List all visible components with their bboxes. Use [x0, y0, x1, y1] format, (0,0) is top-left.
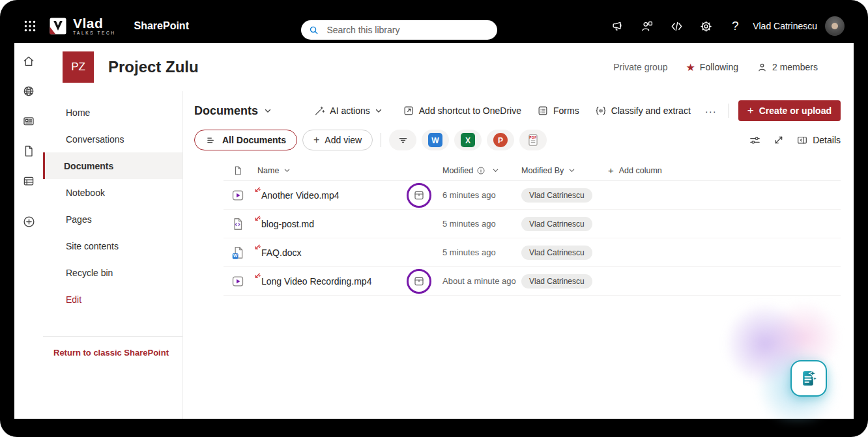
create-or-upload-button[interactable]: + Create or upload: [738, 100, 841, 121]
view-bar: All Documents + Add view: [194, 129, 841, 151]
following-button[interactable]: ★ Following: [686, 61, 738, 74]
red-click-annotation-icon: [252, 272, 261, 281]
person-icon: [757, 62, 768, 73]
ai-actions-button[interactable]: AI actions: [313, 105, 386, 117]
search-box: [301, 20, 497, 40]
sidebar-item-site-contents[interactable]: Site contents: [43, 233, 182, 259]
filter-pdf-button[interactable]: PDF: [519, 130, 547, 150]
red-click-annotation-icon: [252, 215, 261, 223]
filter-powerpoint-button[interactable]: P: [487, 130, 514, 150]
site-header: PZ Project Zulu Private group ★ Followin…: [43, 43, 854, 91]
app-rail-create-icon[interactable]: [18, 211, 39, 232]
modified-by-pill[interactable]: Vlad Catrinescu: [521, 274, 592, 289]
ai-sparkle-icon: [313, 105, 325, 117]
file-name-link[interactable]: Another Video.mp4: [261, 190, 340, 201]
add-column-button[interactable]: + Add column: [608, 165, 841, 176]
library-title-menu[interactable]: Documents: [194, 104, 272, 118]
my-access-icon[interactable]: [640, 19, 654, 33]
add-view-button[interactable]: + Add view: [302, 130, 373, 150]
table-row[interactable]: blog-post.md5 minutes agoVlad Catrinescu: [224, 210, 841, 238]
help-icon[interactable]: ?: [728, 19, 742, 33]
app-name[interactable]: SharePoint: [134, 20, 189, 32]
column-header-name[interactable]: Name: [252, 166, 401, 175]
filter-word-button[interactable]: W: [422, 130, 449, 150]
purple-circle-annotation: [407, 183, 431, 208]
expand-fullscreen-button[interactable]: [773, 134, 785, 146]
classify-extract-icon: [595, 105, 607, 117]
plus-icon: +: [608, 165, 614, 176]
settings-gear-icon[interactable]: [699, 19, 713, 33]
filter-icon: [398, 135, 409, 146]
vlad-talks-tech-logo[interactable]: Vlad TALKS TECH: [48, 16, 116, 36]
modified-by-pill[interactable]: Vlad Catrinescu: [521, 188, 592, 203]
following-label: Following: [700, 62, 738, 72]
details-label: Details: [813, 135, 841, 145]
app-rail-news-icon[interactable]: [18, 111, 39, 132]
list-view-icon: [205, 135, 216, 146]
expand-icon: [773, 134, 785, 146]
chevron-down-icon: [264, 107, 272, 115]
overflow-menu-button[interactable]: ···: [705, 106, 717, 117]
modified-time: About a minute ago: [437, 276, 519, 286]
modified-by-pill[interactable]: Vlad Catrinescu: [521, 246, 592, 260]
app-rail-lists-icon[interactable]: [18, 171, 39, 191]
site-nav: HomeConversationsDocumentsNotebookPagesS…: [43, 91, 183, 419]
pdf-icon: PDF: [526, 133, 540, 147]
info-icon: [477, 167, 485, 175]
modified-time: 5 minutes ago: [437, 219, 519, 229]
plus-icon: +: [747, 104, 754, 117]
app-launcher-waffle-icon[interactable]: [22, 18, 38, 34]
forms-label: Forms: [553, 106, 579, 116]
avatar[interactable]: [825, 16, 845, 36]
modified-by-pill[interactable]: Vlad Catrinescu: [521, 217, 592, 231]
announcements-icon[interactable]: [611, 19, 625, 33]
svg-text:X: X: [465, 136, 470, 145]
sidebar-item-conversations[interactable]: Conversations: [43, 126, 182, 152]
sidebar-item-edit[interactable]: Edit: [43, 286, 182, 313]
classify-extract-label: Classify and extract: [611, 106, 691, 116]
excel-icon: X: [461, 133, 475, 147]
current-view-pill[interactable]: All Documents: [194, 130, 297, 150]
table-row[interactable]: WFAQ.docx5 minutes agoVlad Catrinescu: [224, 238, 841, 267]
filter-excel-button[interactable]: X: [454, 130, 482, 150]
red-click-annotation-icon: [252, 244, 261, 252]
sidebar-item-label: Notebook: [66, 188, 105, 198]
column-header-modified[interactable]: Modified: [437, 166, 519, 175]
ai-document-icon: [799, 369, 818, 388]
sidebar-item-home[interactable]: Home: [43, 99, 182, 126]
forms-button[interactable]: Forms: [537, 105, 579, 117]
search-input[interactable]: [325, 24, 489, 36]
logo-subtext: TALKS TECH: [73, 31, 116, 36]
classify-extract-button[interactable]: Classify and extract: [595, 105, 691, 117]
file-name-link[interactable]: FAQ.docx: [261, 247, 301, 258]
file-name-link[interactable]: Long Video Recording.mp4: [261, 276, 371, 287]
table-row[interactable]: Long Video Recording.mp4About a minute a…: [224, 267, 841, 296]
site-logo[interactable]: PZ: [63, 51, 94, 83]
plus-icon: +: [313, 134, 319, 146]
members-label: 2 members: [772, 62, 818, 72]
open-in-new-icon: [403, 105, 414, 117]
divider: [381, 133, 381, 147]
developer-icon[interactable]: [669, 19, 684, 33]
app-rail-sites-icon[interactable]: [18, 81, 39, 102]
add-shortcut-button[interactable]: Add shortcut to OneDrive: [403, 105, 521, 117]
sidebar-item-documents[interactable]: Documents: [43, 152, 182, 179]
view-settings-button[interactable]: [749, 134, 761, 147]
members-button[interactable]: 2 members: [757, 62, 818, 73]
ai-notes-button[interactable]: [790, 360, 827, 397]
account-name[interactable]: Vlad Catrinescu: [753, 21, 817, 31]
filter-files-button[interactable]: [389, 130, 416, 150]
table-row[interactable]: Another Video.mp46 minutes agoVlad Catri…: [224, 181, 841, 210]
sidebar-item-recycle-bin[interactable]: Recycle bin: [43, 259, 182, 286]
app-rail-files-icon[interactable]: [18, 141, 39, 162]
sidebar-item-notebook[interactable]: Notebook: [43, 179, 182, 206]
file-name-link[interactable]: blog-post.md: [261, 219, 314, 229]
column-header-modified-by[interactable]: Modified By: [519, 166, 608, 175]
sidebar-item-label: Home: [66, 107, 90, 118]
sidebar-item-pages[interactable]: Pages: [43, 206, 182, 233]
return-to-classic-link[interactable]: Return to classic SharePoint: [53, 348, 169, 358]
details-pane-button[interactable]: Details: [796, 134, 841, 146]
site-title[interactable]: Project Zulu: [108, 58, 199, 76]
app-rail-home-icon[interactable]: [18, 51, 39, 72]
suite-bar: Vlad TALKS TECH SharePoint: [0, 0, 868, 43]
